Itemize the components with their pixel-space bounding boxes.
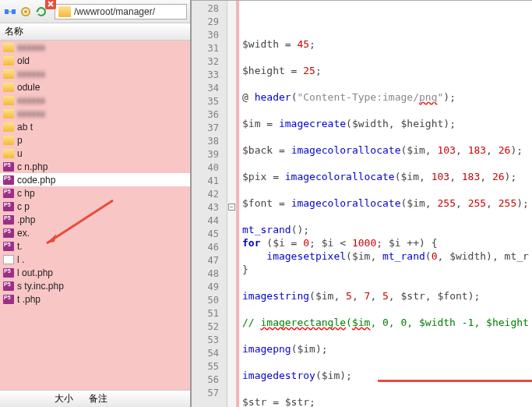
line-number: 34 bbox=[192, 82, 227, 95]
file-row[interactable]: xxxxxx bbox=[0, 94, 190, 107]
folder-icon bbox=[3, 136, 14, 145]
file-row[interactable]: p bbox=[0, 133, 190, 147]
code-line: $str = $str; bbox=[242, 395, 532, 407]
file-name: s ty.inc.php bbox=[17, 281, 64, 292]
file-row[interactable]: .php bbox=[0, 213, 190, 226]
code-line bbox=[242, 303, 532, 316]
line-number: 55 bbox=[192, 360, 227, 373]
file-list[interactable]: xxxxxx oldxxxxxx odulexxxxxxxxxxxxab t p… bbox=[0, 41, 190, 407]
php-icon bbox=[3, 295, 14, 304]
line-number: 56 bbox=[192, 373, 227, 387]
folder-icon bbox=[3, 43, 14, 52]
php-icon bbox=[3, 281, 14, 291]
code-editor[interactable]: 2829303132333435363738394041424344454647… bbox=[192, 1, 532, 407]
code-line: $back = imagecolorallocate($im, 103, 183… bbox=[242, 143, 532, 157]
file-name: xxxxxx bbox=[17, 95, 45, 106]
file-name: xxxxxx bbox=[17, 69, 45, 80]
close-icon[interactable] bbox=[45, 0, 56, 9]
folder-icon bbox=[3, 96, 14, 105]
php-icon bbox=[3, 175, 14, 185]
code-line: $width = 45; bbox=[242, 37, 532, 51]
line-number: 39 bbox=[192, 148, 227, 161]
file-row[interactable]: code.php bbox=[0, 173, 190, 186]
code-line: imagesetpixel($im, mt_rand(0, $width), m… bbox=[242, 250, 532, 263]
column-header-note[interactable]: 备注 bbox=[89, 392, 107, 405]
line-number: 31 bbox=[192, 42, 227, 55]
code-line bbox=[242, 210, 532, 223]
svg-rect-2 bbox=[12, 9, 16, 14]
file-name: ab t bbox=[17, 122, 33, 133]
file-row[interactable]: xxxxxx bbox=[0, 107, 190, 120]
line-number: 29 bbox=[192, 16, 227, 29]
line-number: 32 bbox=[192, 55, 227, 69]
folder-icon bbox=[3, 122, 14, 132]
file-row[interactable]: c hp bbox=[0, 186, 190, 200]
code-line: $pix = imagecolorallocate($im, 103, 183,… bbox=[242, 170, 532, 183]
file-name: ex. bbox=[17, 228, 30, 239]
folder-icon bbox=[3, 56, 14, 65]
file-row[interactable]: l . bbox=[0, 253, 190, 266]
code-line bbox=[242, 356, 532, 369]
php-icon bbox=[3, 162, 14, 172]
code-area[interactable]: $width = 45;$height = 25;@ header("Conte… bbox=[239, 1, 532, 407]
line-number: 51 bbox=[192, 307, 227, 320]
php-icon bbox=[3, 268, 14, 278]
line-number: 45 bbox=[192, 228, 227, 241]
editor-pane: 2829303132333435363738394041424344454647… bbox=[192, 0, 532, 407]
connect-icon[interactable] bbox=[3, 5, 17, 19]
file-row[interactable]: t .php bbox=[0, 292, 190, 306]
file-name: l . bbox=[17, 254, 24, 265]
code-line: imagepng($im); bbox=[242, 342, 532, 356]
file-name: xxxxxx bbox=[17, 42, 45, 53]
explorer-toolbar: /wwwroot/manager/ bbox=[0, 0, 190, 23]
file-row[interactable]: xxxxxx bbox=[0, 41, 190, 54]
php-icon bbox=[3, 189, 14, 198]
line-number: 35 bbox=[192, 95, 227, 108]
file-row[interactable]: s ty.inc.php bbox=[0, 279, 190, 292]
file-row[interactable]: c n.php bbox=[0, 160, 190, 173]
file-row[interactable]: odule bbox=[0, 80, 190, 94]
file-row[interactable]: t. bbox=[0, 239, 190, 253]
file-row[interactable]: old bbox=[0, 54, 190, 67]
fold-toggle[interactable]: − bbox=[228, 204, 235, 211]
fold-column: − bbox=[227, 1, 237, 407]
folder-icon bbox=[3, 109, 14, 119]
line-number: 38 bbox=[192, 135, 227, 148]
code-line bbox=[242, 77, 532, 90]
file-row[interactable]: u bbox=[0, 147, 190, 160]
column-header-name[interactable]: 名称 bbox=[0, 23, 190, 41]
code-line: @ header("Content-Type:image/png"); bbox=[242, 90, 532, 104]
code-line: mt_srand(); bbox=[242, 223, 532, 236]
file-row[interactable]: l out.php bbox=[0, 266, 190, 279]
column-footer: 大小 备注 bbox=[0, 390, 190, 407]
line-number: 54 bbox=[192, 347, 227, 360]
code-line: // imagerectangle($im, 0, 0, $width -1, … bbox=[242, 316, 532, 329]
php-icon bbox=[3, 228, 14, 238]
line-number: 52 bbox=[192, 320, 227, 334]
file-name: code.php bbox=[17, 175, 55, 186]
code-line: imagestring($im, 5, 7, 5, $str, $font); bbox=[242, 289, 532, 303]
line-number: 37 bbox=[192, 122, 227, 135]
line-number: 42 bbox=[192, 188, 227, 201]
column-header-size[interactable]: 大小 bbox=[55, 392, 73, 405]
annotation-underline bbox=[378, 380, 532, 382]
file-name: c n.php bbox=[17, 161, 48, 172]
code-line bbox=[242, 276, 532, 289]
file-row[interactable]: ex. bbox=[0, 226, 190, 239]
file-name: l out.php bbox=[17, 267, 53, 278]
line-number: 46 bbox=[192, 241, 227, 254]
path-input[interactable]: /wwwroot/manager/ bbox=[55, 4, 187, 19]
file-row[interactable]: xxxxxx bbox=[0, 67, 190, 80]
code-line: $font = imagecolorallocate($im, 255, 255… bbox=[242, 196, 532, 210]
line-number: 50 bbox=[192, 294, 227, 307]
folder-icon bbox=[3, 69, 14, 79]
code-line bbox=[242, 329, 532, 342]
file-icon bbox=[3, 255, 14, 264]
folder-icon bbox=[3, 83, 14, 92]
file-row[interactable]: ab t bbox=[0, 120, 190, 133]
gear-icon[interactable] bbox=[19, 5, 33, 19]
code-line bbox=[242, 130, 532, 143]
file-name: u bbox=[17, 148, 23, 159]
file-row[interactable]: c p bbox=[0, 200, 190, 213]
svg-point-4 bbox=[24, 10, 27, 13]
